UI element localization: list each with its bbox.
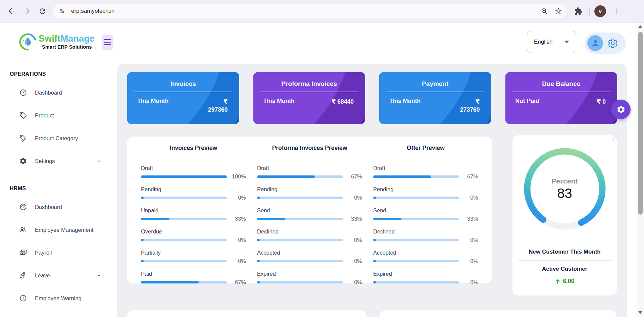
progress-bar (141, 218, 227, 220)
browser-profile-avatar[interactable]: V (594, 5, 606, 17)
bookmark-star-icon[interactable] (552, 5, 564, 17)
more-options-icon[interactable]: ⋮ (611, 139, 616, 141)
preview-row-draft: Draft100% (141, 165, 246, 180)
sidebar: OPERATIONSDashboardProductProduct Catego… (0, 64, 117, 317)
forward-icon[interactable] (20, 4, 34, 18)
preview-row-pending: Pending0% (141, 186, 246, 201)
scrollbar-thumb[interactable] (638, 32, 643, 215)
preview-row-label: Declined (373, 228, 478, 235)
stat-card-due-balance: Due BalanceNot Paid₹ 0 (505, 72, 617, 124)
progress-bar (141, 197, 227, 199)
chevron-down-icon (96, 273, 102, 278)
preview-row-label: Paid (141, 271, 246, 277)
brand-name-secondary: Manage (61, 34, 95, 44)
brand-name-primary: Swift (39, 34, 61, 44)
sidebar-item-payroll[interactable]: Payroll (0, 241, 117, 264)
preview-row-label: Partially (141, 250, 246, 256)
dashboard-icon (19, 89, 27, 97)
reload-icon[interactable] (36, 4, 49, 18)
sidebar-item-employee-warning[interactable]: Employee Warning (0, 287, 117, 310)
warning-icon (19, 294, 27, 302)
page-content: SwiftManage Smart ERP Solutions English (0, 22, 637, 317)
chevron-down-icon (564, 41, 569, 43)
preview-row-pending: Pending0% (373, 186, 478, 201)
stat-card-payment: PaymentThis Month₹273760 (379, 72, 491, 124)
preview-row-label: Send (373, 207, 478, 214)
bottom-panel-right (380, 310, 616, 317)
preview-title: Proforma Invoices Preview (257, 145, 362, 152)
stat-card-period-label: This Month (263, 98, 295, 106)
preview-row-label: Overdue (141, 228, 246, 235)
preview-column-invoices-preview: Invoices PreviewDraft100%Pending0%Unpaid… (141, 145, 246, 292)
stat-card-value: ₹ 0 (597, 98, 606, 106)
preview-row-draft: Draft67% (257, 165, 362, 180)
browser-menu-icon[interactable] (611, 5, 623, 17)
stat-card-value: ₹273760 (460, 98, 480, 114)
zoom-out-icon[interactable] (538, 5, 550, 17)
sidebar-item-product-category[interactable]: Product Category (0, 127, 117, 150)
progress-bar (373, 175, 459, 178)
preview-row-label: Accepted (257, 250, 362, 256)
stat-card-divider (386, 92, 484, 92)
preview-row-label: Accepted (373, 250, 478, 256)
preview-column-proforma-invoices-preview: Proforma Invoices PreviewDraft67%Pending… (257, 145, 362, 292)
preview-row-accepted: Accepted0% (257, 250, 362, 264)
sidebar-item-dashboard[interactable]: Dashboard (0, 81, 117, 104)
back-icon[interactable] (5, 4, 18, 18)
preview-row-percent: 33% (227, 216, 246, 222)
people-icon (19, 226, 27, 234)
progress-bar (373, 260, 459, 262)
progress-bar (257, 175, 343, 178)
brand-logo: SwiftManage Smart ERP Solutions (19, 33, 95, 51)
stat-card-period-label: Not Paid (515, 98, 539, 106)
progress-bar (257, 197, 343, 199)
active-customer-label: Active Customer (512, 266, 617, 272)
preview-row-percent: 0% (459, 195, 478, 201)
progress-bar (257, 260, 343, 262)
sidebar-item-dashboard[interactable]: Dashboard (0, 196, 117, 218)
header-settings-gear-icon[interactable] (607, 38, 618, 49)
stat-card-title: Payment (379, 80, 491, 88)
preview-row-percent: 100% (227, 173, 246, 180)
dashboard-icon (19, 203, 27, 211)
preview-row-label: Send (257, 207, 362, 214)
stat-card-divider (260, 92, 358, 92)
progress-bar (257, 239, 343, 241)
stat-card-invoices: InvoicesThis Month₹297360 (127, 72, 239, 124)
tags-icon (19, 134, 27, 142)
sidebar-item-employee-management[interactable]: Employee Management (0, 218, 117, 241)
app-header: SwiftManage Smart ERP Solutions English (0, 22, 637, 64)
sidebar-item-leave[interactable]: Leave (0, 264, 117, 287)
stat-cards-row: InvoicesThis Month₹297360Proforma Invoic… (127, 72, 617, 124)
previews-panel: Invoices PreviewDraft100%Pending0%Unpaid… (127, 137, 492, 283)
preview-row-label: Unpaid (141, 207, 246, 214)
sidebar-item-settings[interactable]: Settings (0, 150, 117, 172)
preview-row-percent: 0% (343, 279, 362, 285)
preview-row-overdue: Overdue0% (141, 228, 246, 243)
site-settings-icon[interactable] (56, 5, 68, 17)
preview-row-percent: 0% (459, 258, 478, 264)
preview-row-percent: 0% (459, 279, 478, 285)
sidebar-divider (7, 176, 110, 176)
extensions-icon[interactable] (572, 5, 585, 17)
preview-row-label: Expired (373, 271, 478, 277)
user-avatar-button[interactable] (587, 35, 603, 51)
floating-settings-button[interactable] (611, 100, 631, 119)
url-bar[interactable]: erp.samyotech.in (53, 4, 566, 18)
sidebar-toggle-button[interactable] (102, 35, 113, 50)
scrollbar-down-arrow[interactable] (638, 311, 642, 314)
toolbar-separator (589, 7, 590, 15)
browser-toolbar: erp.samyotech.in V (0, 0, 644, 22)
preview-row-declined: Declined0% (373, 228, 478, 243)
stat-card-period-label: This Month (389, 98, 420, 114)
sidebar-item-label: Leave (35, 272, 50, 279)
preview-row-percent: 67% (227, 279, 246, 285)
sidebar-item-product[interactable]: Product (0, 104, 117, 127)
dashboard-main: InvoicesThis Month₹297360Proforma Invoic… (117, 64, 627, 317)
sidebar-item-label: Dashboard (35, 204, 62, 210)
preview-row-percent: 0% (227, 195, 246, 201)
scrollbar-up-arrow[interactable] (638, 25, 642, 28)
language-select[interactable]: English (527, 31, 576, 53)
preview-title: Invoices Preview (141, 145, 246, 152)
page-scrollbar[interactable] (637, 22, 644, 317)
